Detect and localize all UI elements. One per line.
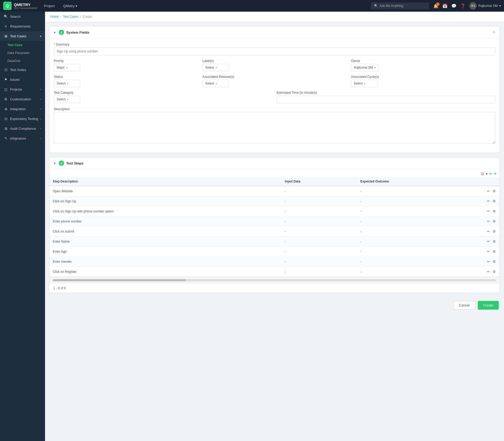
sidebar-item-exploratory-testing[interactable]: ⊡ Exploratory Testing › xyxy=(0,114,45,124)
search-bar[interactable]: 🔍 Ask Me Anything xyxy=(371,2,429,9)
input-data-cell: - xyxy=(282,226,357,237)
priority-field: Priority Major ▾ xyxy=(54,59,198,71)
nav-qmetry[interactable]: QMetry ▾ xyxy=(61,3,79,9)
estimated-time-input[interactable] xyxy=(277,96,496,104)
chevron-down-icon: ▾ xyxy=(40,35,41,38)
edit-step-button[interactable]: ✏ xyxy=(487,229,490,234)
sidebar-item-audit-compliance[interactable]: ⊞ Audit Compliance › xyxy=(0,124,45,133)
sidebar-item-label: eSignature xyxy=(10,137,26,140)
step-description-cell: Open Website xyxy=(50,186,282,196)
step-settings-button[interactable]: ⚙ xyxy=(492,249,496,254)
sidebar-item-esignature[interactable]: ✎ eSignature › xyxy=(0,133,45,143)
notification-icon[interactable]: 🔔 8 xyxy=(433,3,439,8)
test-cases-icon: ⊞ xyxy=(4,34,8,38)
row-actions: ✏ ⚙ xyxy=(481,219,496,224)
step-settings-button[interactable]: ⚙ xyxy=(492,199,496,204)
collapse-toggle[interactable]: ▾ xyxy=(54,30,56,34)
labels-field: Label(s) Select ▾ xyxy=(202,59,347,71)
breadcrumb-home[interactable]: Home xyxy=(50,15,59,19)
step-settings-button[interactable]: ⚙ xyxy=(492,259,496,264)
col-step_description: Step Description xyxy=(50,177,282,186)
edit-step-button[interactable]: ✏ xyxy=(487,199,490,204)
requirements-icon: ≡ xyxy=(4,24,8,28)
sidebar-item-search[interactable]: 🔍 Search xyxy=(0,12,45,21)
edit-step-button[interactable]: ✏ xyxy=(487,269,490,274)
breadcrumb-test-cases[interactable]: Test Cases xyxy=(63,15,78,19)
calendar-icon[interactable]: 📅 xyxy=(442,3,448,8)
edit-step-button[interactable]: ✏ xyxy=(487,249,490,254)
edit-step-button[interactable]: ✏ xyxy=(487,189,490,194)
step-settings-button[interactable]: ⚙ xyxy=(492,269,496,274)
cancel-button[interactable]: Cancel xyxy=(453,301,475,310)
add-step-button[interactable]: + xyxy=(494,171,496,176)
test-category-select[interactable]: Select ▾ xyxy=(54,96,80,103)
row-actions: ✏ ⚙ xyxy=(481,249,496,254)
step-settings-button[interactable]: ⚙ xyxy=(492,209,496,214)
input-data-cell: - xyxy=(282,267,357,277)
table-row: Enter phone number - - ✏ ⚙ xyxy=(50,216,499,226)
logo: Q QMETRY TEST MANAGEMENT xyxy=(3,2,38,10)
status-field: Status Select ▾ xyxy=(54,75,198,87)
sidebar-item-requirements[interactable]: ≡ Requirements xyxy=(0,21,45,31)
edit-step-button[interactable]: ✏ xyxy=(487,259,490,264)
summary-field: Summary xyxy=(54,43,495,55)
sidebar-item-test-suites[interactable]: ⊡ Test Suites xyxy=(0,65,45,75)
releases-select[interactable]: Select ▾ xyxy=(202,80,229,87)
step-settings-button[interactable]: ⚙ xyxy=(492,219,496,224)
edit-step-button[interactable]: ✏ xyxy=(487,219,490,224)
owner-field: Owner Rajkumar.SM ▾ xyxy=(351,59,495,71)
sidebar-sub-item-datagrid[interactable]: DataGrid xyxy=(7,57,45,65)
footer-actions: Cancel Create xyxy=(45,297,504,313)
test-category-field: Test Category Select ▾ xyxy=(54,91,273,104)
sidebar-sub-item-data-parameter[interactable]: Data Parameter xyxy=(7,49,45,57)
user-name: Rajkumar SM xyxy=(478,4,498,8)
chat-icon[interactable]: 💬 xyxy=(451,3,457,8)
notification-badge: 8 xyxy=(436,2,440,6)
nav-project[interactable]: Project xyxy=(42,3,57,9)
status-select[interactable]: Select ▾ xyxy=(54,80,80,87)
step-description-cell: Click on submit xyxy=(50,226,282,237)
owner-select[interactable]: Rajkumar.SM ▾ xyxy=(351,64,379,71)
sidebar-item-projects[interactable]: ◫ Projects › xyxy=(0,84,45,94)
table-row: Open Website - - ✏ ⚙ xyxy=(50,186,499,196)
priority-label: Priority xyxy=(54,59,198,63)
row-actions: ✏ ⚙ xyxy=(481,199,496,204)
step-description-cell: Click on Register xyxy=(50,267,282,277)
edit-step-button[interactable]: ✏ xyxy=(487,239,490,244)
search-icon: 🔍 xyxy=(4,15,8,19)
collapse-toggle[interactable]: ▾ xyxy=(54,161,56,165)
step-settings-button[interactable]: ⚙ xyxy=(492,229,496,234)
sidebar-sub-item-test-case[interactable]: Test Case xyxy=(7,41,45,49)
sidebar-item-test-cases[interactable]: ⊞ Test Cases ▾ xyxy=(0,31,45,41)
sidebar-item-integration[interactable]: ⊕ Integration › xyxy=(0,104,45,114)
step-settings-button[interactable]: ⚙ xyxy=(492,189,496,194)
scroll-thumb xyxy=(53,279,186,281)
edit-step-button[interactable]: ✏ xyxy=(487,209,490,214)
help-icon[interactable]: ❓ xyxy=(460,3,466,8)
horizontal-scrollbar[interactable] xyxy=(50,277,499,283)
user-menu[interactable]: RS Rajkumar SM ▾ xyxy=(469,2,501,10)
cycles-select[interactable]: Select ▾ xyxy=(351,80,377,87)
labels-select[interactable]: Select ▾ xyxy=(202,64,229,71)
chevron-right-icon: › xyxy=(41,88,41,91)
expected-outcome-cell: - xyxy=(357,196,478,206)
exploratory-icon: ⊡ xyxy=(4,117,8,121)
logo-icon: Q xyxy=(3,2,12,10)
sidebar-item-customization[interactable]: ⚙ Customization › xyxy=(0,94,45,104)
filter-arrow-icon[interactable]: ▾ xyxy=(486,172,488,176)
close-icon[interactable]: × xyxy=(493,30,495,35)
description-textarea[interactable] xyxy=(54,112,495,144)
table-row: Click on Register - - ✏ ⚙ xyxy=(50,267,499,277)
priority-select[interactable]: Major ▾ xyxy=(54,64,80,71)
sidebar-item-issues[interactable]: ⚑ Issues xyxy=(0,75,45,84)
table-row: Click on Sign Up - - ✏ ⚙ xyxy=(50,196,499,206)
create-button[interactable]: Create xyxy=(478,301,499,310)
filter-button[interactable]: ⊟ xyxy=(481,172,484,176)
main-layout: 🔍 Search ≡ Requirements ⊞ Test Cases ▾ T… xyxy=(0,12,504,441)
summary-input[interactable] xyxy=(54,47,495,55)
edit-all-button[interactable]: ✏ xyxy=(489,172,492,176)
step-settings-button[interactable]: ⚙ xyxy=(492,239,496,244)
step-description-cell: Enter Gender xyxy=(50,257,282,267)
steps-table-wrapper: Step DescriptionInput DataExpected Outco… xyxy=(50,177,499,277)
test-suites-icon: ⊡ xyxy=(4,68,8,72)
